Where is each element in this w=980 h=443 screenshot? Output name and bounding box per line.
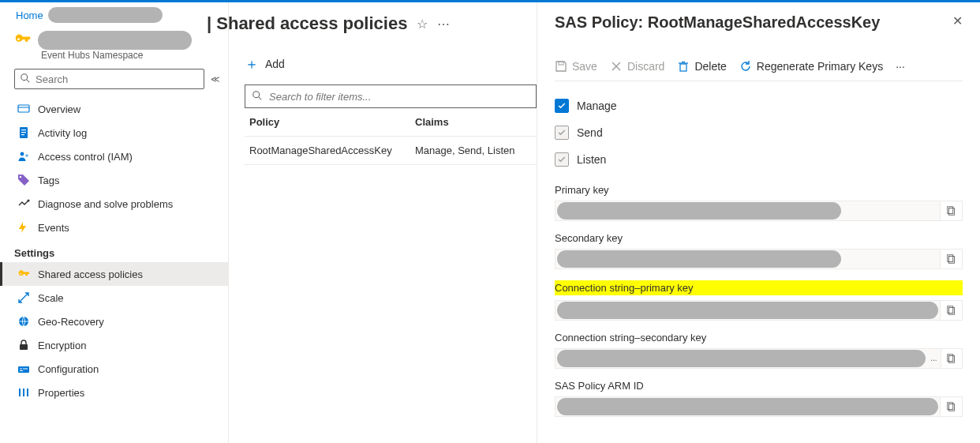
command-bar: Save Discard Delete Regenerate Primary K… — [555, 60, 963, 81]
cell-policy: RootManageSharedAccessKey — [249, 145, 415, 156]
svg-rect-13 — [20, 344, 28, 350]
svg-rect-14 — [18, 366, 29, 373]
nav-label: Activity log — [38, 127, 87, 139]
svg-line-1 — [27, 79, 30, 82]
nav-geo-recovery[interactable]: Geo-Recovery — [0, 310, 228, 333]
save-icon — [555, 60, 567, 73]
details-panel: SAS Policy: RootManageSharedAccessKey ✕ … — [537, 2, 980, 443]
send-label: Send — [577, 126, 603, 139]
nav-properties[interactable]: Properties — [0, 381, 228, 404]
copy-button[interactable] — [940, 397, 962, 416]
nav-encryption[interactable]: Encryption — [0, 333, 228, 357]
delete-icon — [677, 60, 690, 73]
more-menu-icon[interactable]: ⋯ — [437, 17, 450, 32]
add-button[interactable]: ＋ Add — [245, 54, 285, 73]
nav-scale[interactable]: Scale — [0, 286, 228, 310]
copy-button[interactable] — [940, 250, 962, 268]
svg-rect-7 — [21, 134, 24, 135]
nav-label: Overview — [38, 103, 80, 115]
col-header-policy: Policy — [249, 116, 415, 128]
primary-key-label: Primary key — [555, 184, 963, 196]
primary-key-field — [555, 201, 963, 221]
redacted-value — [557, 350, 926, 367]
svg-rect-2 — [18, 105, 29, 112]
svg-rect-16 — [23, 369, 28, 370]
geo-recovery-icon — [17, 315, 30, 328]
copy-button[interactable] — [940, 301, 962, 320]
more-commands-button[interactable]: ··· — [896, 60, 905, 73]
encryption-icon — [17, 339, 30, 351]
resource-name-redacted — [38, 31, 192, 50]
svg-point-8 — [21, 152, 24, 156]
nav-section-settings: Settings — [0, 239, 228, 262]
redacted-value — [557, 302, 938, 319]
favorite-icon[interactable]: ☆ — [417, 17, 428, 32]
secondary-key-field — [555, 249, 963, 269]
events-icon — [17, 221, 30, 234]
overview-icon — [17, 103, 30, 115]
manage-checkbox[interactable] — [555, 99, 569, 113]
blade-nav: Home Event Hubs Namespace ≪ Overview — [0, 2, 229, 443]
scale-icon — [17, 291, 30, 304]
secondary-key-label: Secondary key — [555, 232, 963, 244]
delete-button[interactable]: Delete — [677, 60, 726, 73]
nav-label: Diagnose and solve problems — [38, 198, 173, 210]
nav-label: Events — [38, 222, 69, 234]
configuration-icon — [17, 362, 30, 375]
nav-overview[interactable]: Overview — [0, 97, 228, 121]
refresh-icon — [739, 60, 752, 73]
nav-label: Scale — [38, 292, 64, 304]
svg-point-10 — [20, 176, 21, 178]
search-icon — [20, 73, 31, 86]
arm-id-label: SAS Policy ARM ID — [555, 380, 963, 392]
col-header-claims: Claims — [415, 116, 532, 128]
svg-rect-17 — [20, 370, 23, 371]
collapse-nav-icon[interactable]: ≪ — [211, 74, 220, 84]
nav-search[interactable] — [14, 69, 204, 89]
nav-label: Shared access policies — [38, 268, 143, 280]
panel-title: SAS Policy: RootManageSharedAccessKey — [555, 13, 880, 32]
breadcrumb-redacted — [48, 7, 163, 23]
svg-point-21 — [253, 91, 260, 97]
filter-box[interactable] — [245, 84, 537, 108]
plus-icon: ＋ — [245, 54, 259, 73]
nav-events[interactable]: Events — [0, 216, 228, 239]
nav-shared-access-policies[interactable]: Shared access policies — [0, 262, 228, 286]
conn-primary-label: Connection string–primary key — [555, 280, 963, 295]
svg-line-22 — [259, 96, 262, 99]
svg-rect-26 — [680, 64, 686, 71]
filter-input[interactable] — [269, 91, 529, 103]
content-area: | Shared access policies ☆ ⋯ ＋ Add Polic… — [229, 2, 537, 443]
listen-label: Listen — [577, 153, 606, 166]
table-row[interactable]: RootManageSharedAccessKey Manage, Send, … — [245, 137, 537, 165]
nav-diagnose[interactable]: Diagnose and solve problems — [0, 192, 228, 216]
nav-search-input[interactable] — [36, 73, 199, 85]
discard-button: Discard — [610, 60, 664, 73]
discard-icon — [610, 60, 623, 73]
regenerate-button[interactable]: Regenerate Primary Keys — [739, 60, 883, 73]
nav-configuration[interactable]: Configuration — [0, 357, 228, 381]
page-title: | Shared access policies — [207, 13, 407, 34]
redacted-value — [557, 202, 841, 220]
nav-label: Encryption — [38, 340, 86, 351]
copy-button[interactable] — [941, 349, 962, 368]
redacted-value — [557, 250, 841, 268]
tags-icon — [17, 174, 30, 186]
copy-button[interactable] — [940, 201, 962, 220]
arm-id-field — [555, 396, 963, 417]
nav-access-control[interactable]: Access control (IAM) — [0, 145, 228, 168]
redacted-value — [557, 398, 938, 415]
svg-point-9 — [25, 154, 28, 157]
search-icon — [252, 90, 263, 103]
breadcrumb: Home — [0, 6, 228, 26]
svg-rect-6 — [21, 132, 26, 133]
add-label: Add — [265, 58, 285, 70]
nav-activity-log[interactable]: Activity log — [0, 121, 228, 145]
close-icon[interactable]: ✕ — [952, 13, 963, 28]
breadcrumb-home[interactable]: Home — [16, 9, 43, 21]
nav-label: Properties — [38, 387, 84, 399]
nav-tags[interactable]: Tags — [0, 168, 228, 192]
ellipsis: ... — [927, 355, 940, 362]
svg-rect-18 — [19, 389, 21, 396]
diagnose-icon — [17, 197, 30, 210]
